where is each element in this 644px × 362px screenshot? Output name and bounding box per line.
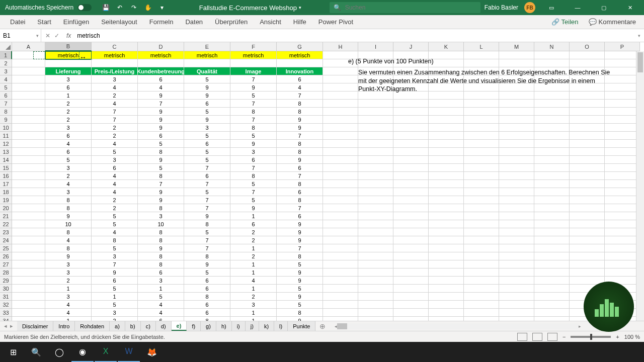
cell-M31[interactable] [499, 293, 534, 301]
fx-icon[interactable]: fx [63, 32, 74, 39]
cell-E3[interactable]: Qualität [184, 67, 230, 75]
cell-C34[interactable]: 2 [92, 317, 138, 321]
cell-E14[interactable]: 5 [184, 156, 230, 164]
cell-L11[interactable] [464, 132, 499, 140]
cell-A23[interactable] [12, 228, 45, 236]
col-header-A[interactable]: A [12, 42, 45, 51]
cell-E13[interactable]: 5 [184, 148, 230, 156]
cell-G23[interactable]: 9 [277, 228, 323, 236]
cell-B30[interactable]: 1 [45, 285, 92, 293]
cell-N26[interactable] [534, 252, 570, 260]
cell-H17[interactable] [323, 180, 358, 188]
cell-O28[interactable] [570, 268, 605, 277]
cell-F16[interactable]: 8 [230, 172, 277, 180]
cell-H10[interactable] [323, 124, 358, 132]
user-avatar[interactable]: FB [524, 2, 535, 13]
cell-H26[interactable] [323, 252, 358, 260]
firefox-icon[interactable]: 🦊 [141, 342, 163, 362]
select-all-corner[interactable] [0, 42, 12, 51]
row-header-6[interactable]: 6 [0, 92, 12, 100]
cell-I10[interactable] [358, 124, 393, 132]
sheet-tab-Disclaimer[interactable]: Disclaimer [17, 321, 53, 331]
cell-E11[interactable]: 5 [184, 132, 230, 140]
touch-icon[interactable]: ✋ [144, 4, 152, 12]
cell-A30[interactable] [12, 285, 45, 293]
cell-L29[interactable] [464, 277, 499, 285]
cell-D29[interactable]: 3 [138, 277, 184, 285]
normal-view-icon[interactable] [517, 333, 527, 341]
cell-D8[interactable]: 9 [138, 108, 184, 116]
sheet-tab-f)[interactable]: f) [187, 321, 201, 331]
cell-I19[interactable] [358, 196, 393, 204]
cell-E23[interactable]: 5 [184, 228, 230, 236]
cell-N11[interactable] [534, 132, 570, 140]
cell-J14[interactable] [393, 156, 429, 164]
cell-E16[interactable]: 6 [184, 172, 230, 180]
cell-D3[interactable]: Kundenbetreuung [138, 67, 184, 75]
ribbon-tab-einfügen[interactable]: Einfügen [57, 15, 95, 29]
cell-O9[interactable] [570, 116, 605, 124]
cell-B22[interactable]: 10 [45, 220, 92, 228]
cell-I31[interactable] [358, 293, 393, 301]
cell-P23[interactable] [605, 228, 640, 236]
sheet-nav-prev-icon[interactable]: ◂ [4, 323, 7, 329]
cell-I8[interactable] [358, 108, 393, 116]
row-header-23[interactable]: 23 [0, 228, 12, 236]
row-header-33[interactable]: 33 [0, 309, 12, 317]
cell-K15[interactable] [429, 164, 464, 172]
cell-D7[interactable]: 7 [138, 100, 184, 108]
cell-C19[interactable]: 2 [92, 196, 138, 204]
cell-C1[interactable]: metrisch [92, 51, 138, 59]
cell-C14[interactable]: 3 [92, 156, 138, 164]
cell-G3[interactable]: Innovation [277, 67, 323, 75]
cell-A1[interactable] [12, 51, 45, 59]
cell-E15[interactable]: 7 [184, 164, 230, 172]
row-header-22[interactable]: 22 [0, 220, 12, 228]
cell-G27[interactable]: 5 [277, 260, 323, 268]
cell-C22[interactable]: 5 [92, 220, 138, 228]
cell-E26[interactable]: 8 [184, 252, 230, 260]
cell-I26[interactable] [358, 252, 393, 260]
cell-N15[interactable] [534, 164, 570, 172]
cell-C11[interactable]: 2 [92, 132, 138, 140]
cell-K10[interactable] [429, 124, 464, 132]
cell-K25[interactable] [429, 244, 464, 252]
cell-H22[interactable] [323, 220, 358, 228]
row-header-32[interactable]: 32 [0, 301, 12, 309]
row-header-4[interactable]: 4 [0, 75, 12, 83]
cell-L14[interactable] [464, 156, 499, 164]
cell-L30[interactable] [464, 285, 499, 293]
cell-D31[interactable]: 5 [138, 293, 184, 301]
cell-H28[interactable] [323, 268, 358, 277]
row-header-9[interactable]: 9 [0, 116, 12, 124]
cell-G29[interactable]: 9 [277, 277, 323, 285]
cell-A3[interactable] [12, 67, 45, 75]
cell-E17[interactable]: 7 [184, 180, 230, 188]
cell-O10[interactable] [570, 124, 605, 132]
cell-O12[interactable] [570, 140, 605, 148]
cell-F34[interactable]: 1 [230, 317, 277, 321]
cell-H14[interactable] [323, 156, 358, 164]
cell-G6[interactable]: 7 [277, 92, 323, 100]
cell-A34[interactable] [12, 317, 45, 321]
cell-L9[interactable] [464, 116, 499, 124]
cell-H20[interactable] [323, 204, 358, 212]
sheet-tab-c)[interactable]: c) [141, 321, 156, 331]
cell-E29[interactable]: 6 [184, 277, 230, 285]
cell-K21[interactable] [429, 212, 464, 220]
cell-F10[interactable]: 8 [230, 124, 277, 132]
cell-E19[interactable]: 7 [184, 196, 230, 204]
cell-H12[interactable] [323, 140, 358, 148]
row-header-31[interactable]: 31 [0, 293, 12, 301]
close-icon[interactable]: ✕ [620, 0, 640, 15]
row-header-1[interactable]: 1 [0, 51, 12, 59]
cell-N33[interactable] [534, 309, 570, 317]
cell-C24[interactable]: 8 [92, 236, 138, 244]
cell-B10[interactable]: 3 [45, 124, 92, 132]
cell-D4[interactable]: 6 [138, 75, 184, 83]
cell-M34[interactable] [499, 317, 534, 321]
cell-O23[interactable] [570, 228, 605, 236]
cell-M32[interactable] [499, 301, 534, 309]
cell-K20[interactable] [429, 204, 464, 212]
cell-E10[interactable]: 3 [184, 124, 230, 132]
